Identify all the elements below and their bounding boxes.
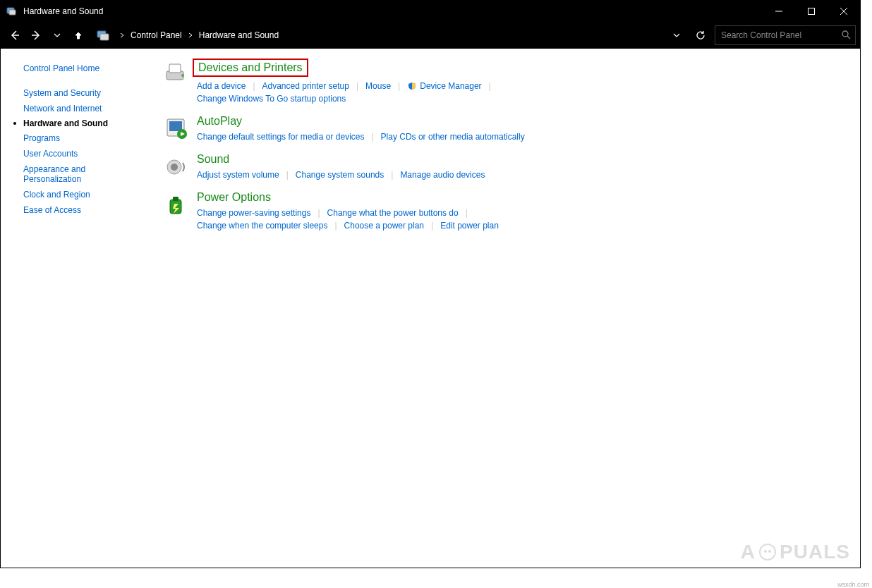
up-button[interactable] [68,25,88,45]
titlebar: Hardware and Sound [1,1,860,22]
sidebar-home[interactable]: Control Panel Home [18,61,142,75]
category-autoplay: AutoPlay Change default settings for med… [163,115,846,143]
sound-icon [163,153,191,181]
search-icon[interactable] [841,30,851,42]
source-label: wsxdn.com [837,581,869,588]
chevron-right-icon [116,32,128,38]
task-advanced-printer-setup[interactable]: Advanced printer setup [262,80,349,92]
svg-point-22 [760,544,775,560]
separator: | [310,208,327,218]
separator: | [279,170,296,180]
category-sound: Sound Adjust system volume | Change syst… [163,153,846,181]
task-device-manager[interactable]: Device Manager [407,80,481,92]
close-button[interactable] [828,1,860,22]
address-icon [95,27,112,44]
sidebar-item-appearance[interactable]: Appearance and Personalization [18,161,116,187]
separator: | [327,221,344,231]
separator: | [391,81,407,91]
address-dropdown-button[interactable] [667,25,686,45]
svg-point-24 [768,550,771,553]
task-windows-to-go[interactable]: Change Windows To Go startup options [197,92,346,105]
task-device-manager-label: Device Manager [420,81,481,91]
svg-point-14 [181,74,184,77]
shield-icon [407,81,417,91]
svg-rect-9 [100,34,109,40]
task-autoplay-cds[interactable]: Play CDs or other media automatically [381,130,525,143]
minimize-button[interactable] [763,1,795,22]
app-window: Hardware and Sound [0,0,861,568]
separator: | [384,170,400,180]
breadcrumb[interactable]: Control Panel Hardware and Sound [116,25,665,45]
window-controls [763,1,860,22]
task-power-saving[interactable]: Change power-saving settings [197,207,310,219]
watermark-right: PUALS [780,541,850,563]
breadcrumb-root[interactable]: Control Panel [128,30,185,40]
category-title-devices[interactable]: Devices and Printers [193,59,308,77]
separator: | [364,132,380,142]
task-change-system-sounds[interactable]: Change system sounds [296,169,384,181]
navbar: Control Panel Hardware and Sound [1,22,860,49]
watermark: A PUALS [741,541,850,563]
sidebar-item-hardware-sound[interactable]: Hardware and Sound [18,116,142,130]
svg-point-19 [171,164,178,171]
category-title-sound[interactable]: Sound [197,153,229,166]
chevron-right-icon [185,32,196,38]
main-panel: Devices and Printers Add a device | Adva… [149,49,860,568]
category-title-autoplay[interactable]: AutoPlay [197,115,242,128]
separator: | [482,81,498,91]
svg-line-11 [847,36,850,39]
forward-button[interactable] [26,25,46,45]
task-edit-power-plan[interactable]: Edit power plan [440,219,499,232]
task-adjust-volume[interactable]: Adjust system volume [197,169,279,181]
task-mouse[interactable]: Mouse [365,80,391,92]
svg-point-10 [842,31,848,37]
search-box[interactable] [715,25,856,45]
svg-point-23 [764,550,767,553]
separator: | [424,221,440,231]
task-power-buttons[interactable]: Change what the power buttons do [327,207,459,219]
task-choose-power-plan[interactable]: Choose a power plan [344,219,424,232]
watermark-mascot-icon [757,541,778,563]
titlebar-left: Hardware and Sound [1,6,103,17]
recent-locations-button[interactable] [47,25,67,45]
search-input[interactable] [720,30,841,41]
autoplay-icon [163,115,191,143]
devices-printers-icon [163,59,191,87]
svg-rect-1 [9,10,16,15]
address-right [667,25,856,45]
sidebar-item-programs[interactable]: Programs [18,130,142,146]
sidebar-item-system-security[interactable]: System and Security [18,85,142,101]
svg-rect-3 [809,8,815,15]
sidebar-item-ease-access[interactable]: Ease of Access [18,202,142,218]
task-manage-audio[interactable]: Manage audio devices [400,169,485,181]
task-autoplay-defaults[interactable]: Change default settings for media or dev… [197,130,364,143]
task-add-device[interactable]: Add a device [197,80,246,92]
sidebar-item-network-internet[interactable]: Network and Internet [18,101,142,116]
control-panel-icon [6,6,18,17]
back-button[interactable] [5,25,25,45]
sidebar-item-clock-region[interactable]: Clock and Region [18,187,142,202]
maximize-button[interactable] [795,1,828,22]
separator: | [349,81,365,91]
task-computer-sleeps[interactable]: Change when the computer sleeps [197,219,327,232]
category-power: Power Options Change power-saving settin… [163,191,846,232]
sidebar-item-user-accounts[interactable]: User Accounts [18,146,142,161]
category-devices-printers: Devices and Printers Add a device | Adva… [163,59,846,105]
sidebar: Control Panel Home System and Security N… [1,49,149,568]
power-options-icon [163,191,191,219]
content-area: Control Panel Home System and Security N… [1,49,860,568]
separator: | [246,81,262,91]
refresh-button[interactable] [691,25,710,45]
separator: | [459,208,475,218]
breadcrumb-current[interactable]: Hardware and Sound [196,30,281,40]
svg-rect-13 [169,64,181,73]
watermark-left: A [741,541,756,563]
window-title: Hardware and Sound [23,6,103,16]
category-title-power[interactable]: Power Options [197,191,271,204]
svg-rect-21 [173,197,178,201]
